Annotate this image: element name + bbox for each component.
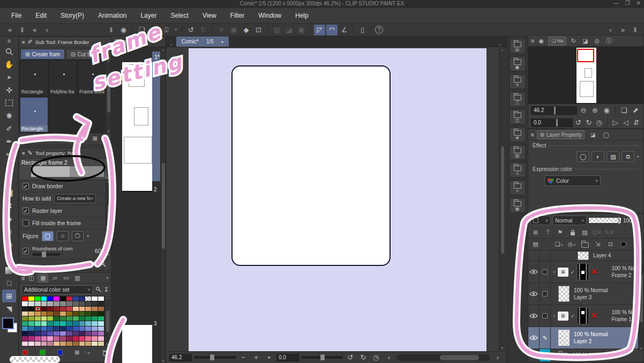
color-swatch[interactable] [79, 316, 85, 321]
expand-dright-icon[interactable]: » [617, 25, 628, 35]
help-icon[interactable]: ? [375, 26, 383, 34]
color-swatch[interactable] [35, 327, 41, 331]
recent-color-blue[interactable] [57, 350, 63, 355]
color-swatch[interactable] [73, 297, 79, 301]
color-swatch[interactable] [47, 307, 53, 311]
color-swatch[interactable] [66, 321, 72, 325]
expand-chevron-icon[interactable]: ˅ [553, 314, 556, 318]
color-swatch[interactable] [28, 307, 34, 311]
color-set-selector[interactable]: Additional color set˅ [21, 285, 93, 294]
color-swatch[interactable] [54, 297, 59, 301]
save-icon[interactable]: ⍗ [161, 25, 172, 35]
tab-color-slider-icon[interactable]: ▭ [61, 275, 71, 281]
tab-tone-icon[interactable]: ◪ [587, 132, 598, 138]
menu-edit[interactable]: Edit [28, 9, 54, 22]
color-swatch[interactable] [92, 336, 98, 340]
color-swatch[interactable] [66, 307, 72, 311]
visibility-toggle[interactable] [528, 327, 540, 349]
close-button[interactable]: ✕ [636, 0, 641, 6]
color-swatch[interactable] [92, 312, 98, 316]
color-swatch[interactable] [98, 321, 104, 325]
color-swatch[interactable] [92, 331, 98, 336]
color-swatch[interactable] [60, 301, 66, 306]
main-color-swatch[interactable] [2, 317, 14, 329]
transparent-color-chip[interactable] [10, 356, 60, 363]
color-swatch[interactable] [41, 312, 47, 316]
fill-inside-checkbox[interactable] [23, 220, 29, 226]
color-swatch[interactable] [35, 342, 41, 346]
menu-layer[interactable]: Layer [133, 9, 163, 22]
color-swatch[interactable] [47, 336, 53, 340]
color-swatch[interactable] [28, 331, 34, 336]
how-to-add-dropdown[interactable]: Create a new fol ˅ [54, 194, 96, 203]
layer-row-folder[interactable]: 100 % Normal [528, 349, 643, 362]
tab-history-icon[interactable]: ↻ [568, 38, 578, 45]
nav-fit-icon[interactable]: ◉ [601, 106, 612, 115]
color-swatch[interactable] [28, 321, 34, 325]
color-swatch[interactable] [47, 312, 53, 316]
effect-tone-icon[interactable]: ◐ [591, 151, 604, 162]
color-swatch[interactable] [98, 327, 104, 331]
material-folder-3d-icon[interactable]: ◓ [510, 180, 526, 195]
material-folder-deleted-icon[interactable]: ✕ [510, 74, 526, 89]
figure-rectangle-button[interactable]: ▢ [42, 231, 54, 241]
color-swatch[interactable] [66, 297, 72, 301]
color-swatch[interactable] [22, 321, 28, 325]
layer-scrollbar[interactable]: v [638, 250, 643, 351]
material-folder-panel-icon[interactable]: ◫ [510, 109, 526, 124]
zoom-value[interactable]: 46.2 [169, 354, 192, 361]
material-folder-pattern-icon[interactable]: ✥ [510, 127, 526, 142]
scroll-right-icon[interactable]: › [492, 353, 503, 362]
select-column[interactable] [540, 305, 551, 327]
csp-logo-icon[interactable]: ◉ [118, 25, 129, 35]
delete-color-icon[interactable] [102, 350, 108, 356]
color-swatch[interactable] [73, 312, 79, 316]
deselect-icon[interactable]: ✳ [216, 25, 227, 35]
snap-ruler-layer-icon[interactable]: ⍑ [543, 228, 553, 237]
frame-mask-thumbnail[interactable] [577, 307, 589, 324]
replace-color-icon[interactable]: ◌₊ [84, 349, 90, 356]
canvas-tab[interactable]: Comic* 1/5 ● [176, 36, 229, 47]
layer-thumbnail[interactable] [558, 330, 570, 346]
color-swatch[interactable] [22, 327, 28, 331]
blend-tool[interactable]: ≋ [2, 225, 16, 238]
ruler-range-icon[interactable]: ✎✕ [604, 228, 615, 237]
fill-tool[interactable]: ❖ [2, 251, 16, 264]
layer-thumbnail[interactable] [558, 286, 570, 302]
color-swatch[interactable] [41, 301, 47, 306]
tab-navigator-icon[interactable]: ❏ Na [548, 36, 566, 46]
color-swatch[interactable] [66, 312, 72, 316]
operate-tool[interactable]: ➤ [2, 71, 16, 84]
color-swatch[interactable] [79, 331, 85, 336]
color-swatch[interactable] [85, 301, 91, 306]
color-swatch[interactable] [79, 307, 85, 311]
raster-layer-checkbox[interactable]: ✓ [23, 208, 29, 214]
create-mask-icon[interactable] [618, 240, 628, 249]
layer-thumbnail[interactable] [578, 251, 589, 260]
color-swatch[interactable] [66, 336, 72, 340]
material-folder-image-icon[interactable]: ▣ [510, 56, 526, 71]
hand-tool[interactable]: ✋ [2, 58, 16, 71]
crop-icon[interactable]: ⊡ [253, 25, 264, 35]
color-swatch[interactable] [22, 331, 28, 336]
color-swatch[interactable] [98, 316, 104, 321]
nav-reset-rotation-icon[interactable]: ◷ [595, 118, 604, 128]
layer-list-view-icon[interactable]: ▤ [530, 240, 541, 249]
color-swatch[interactable] [54, 331, 59, 336]
color-swatch[interactable] [47, 327, 53, 331]
color-swatch[interactable] [28, 342, 34, 346]
material-folder-tone-icon[interactable]: ▒ [510, 92, 526, 107]
color-swatch[interactable] [66, 316, 72, 321]
reset-rotation-icon[interactable]: ◷ [371, 353, 381, 362]
color-swatch[interactable] [92, 301, 98, 306]
tab-create-frame[interactable]: ⊞Create fram [20, 49, 65, 60]
page-manager-close-icon[interactable]: ✕ [144, 39, 148, 45]
layer-row-layer4[interactable]: Layer 4 [528, 250, 643, 261]
opacity-spinner[interactable]: ▲▼ [634, 218, 637, 223]
set-navigation-icon[interactable]: ⚑ [555, 228, 565, 237]
balloon-tool[interactable]: □ [2, 277, 16, 290]
color-swatch[interactable] [60, 316, 66, 321]
panel-menu-icon[interactable]: ≡ [21, 275, 25, 281]
effect-halftone-icon[interactable]: ▨ [606, 151, 619, 162]
layer-color-icon[interactable] [631, 228, 641, 237]
